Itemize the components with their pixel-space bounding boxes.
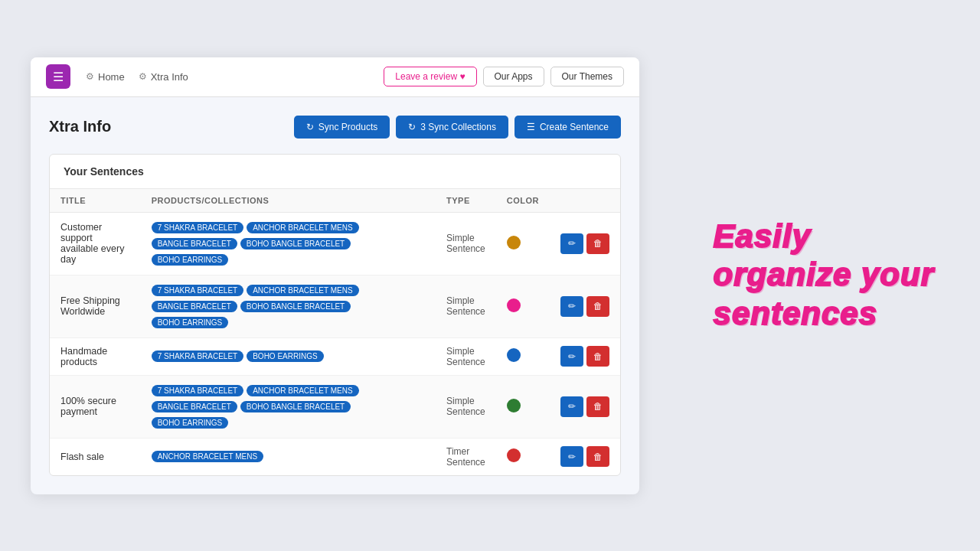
sentences-table-card: Your Sentences TITLE PRODUCTS/COLLECTION… [49,154,621,476]
table-row: Flash saleANCHOR BRACELET MENSTimerSente… [50,438,620,475]
table-row: Free Shipping Worldwide7 SHAKRA BRACELET… [50,275,620,337]
row-color [496,438,550,475]
nav-xtra-info[interactable]: ⚙ Xtra Info [139,71,188,83]
row-actions: ✏🗑 [550,438,620,475]
sentences-table: TITLE PRODUCTS/COLLECTIONS TYPE COLOR Cu… [50,189,620,475]
delete-button[interactable]: 🗑 [586,396,609,417]
product-tag: BOHO EARRINGS [152,317,228,328]
product-tag: BOHO EARRINGS [152,254,228,266]
row-actions: ✏🗑 [550,275,620,337]
row-title: Customer support available every day [50,212,141,275]
col-color: COLOR [496,189,550,213]
table-row: Handmade products7 SHAKRA BRACELETBOHO E… [50,337,620,375]
product-tag: 7 SHAKRA BRACELET [152,222,243,233]
col-title: TITLE [50,189,141,213]
side-text-line2: organize your [714,256,934,295]
row-color [496,212,550,275]
our-apps-button[interactable]: Our Apps [483,67,544,86]
row-actions: ✏🗑 [550,375,620,438]
nav-home[interactable]: ⚙ Home [86,71,125,83]
edit-button[interactable]: ✏ [560,296,583,317]
edit-button[interactable]: ✏ [560,446,583,467]
create-sentence-button[interactable]: ☰ Create Sentence [514,116,621,139]
edit-button[interactable]: ✏ [560,396,583,417]
sync-products-button[interactable]: ↻ Sync Products [294,116,390,139]
row-tags: 7 SHAKRA BRACELETANCHOR BRACELET MENSBAN… [141,375,436,438]
side-text-line1: Easily [714,217,934,256]
color-dot [507,448,521,462]
app-logo: ☰ [46,64,70,89]
row-color [496,337,550,375]
row-actions: ✏🗑 [550,337,620,375]
delete-button[interactable]: 🗑 [586,446,609,467]
product-tag: 7 SHAKRA BRACELET [152,350,243,362]
delete-button[interactable]: 🗑 [586,346,609,367]
product-tag: BOHO EARRINGS [247,350,323,362]
row-color [496,375,550,438]
row-type: TimerSentence [436,438,496,475]
color-dot [507,236,521,249]
create-sentence-icon: ☰ [527,122,535,132]
product-tag: BOHO BANGLE BRACELET [240,238,351,249]
color-dot [507,348,521,362]
table-header-row: TITLE PRODUCTS/COLLECTIONS TYPE COLOR [50,189,620,213]
color-dot [507,399,521,412]
table-row: 100% secure payment7 SHAKRA BRACELETANCH… [50,375,620,438]
header-right: Leave a review ♥ Our Apps Our Themes [384,67,624,86]
sync-collections-icon: ↻ [408,122,416,132]
col-products: PRODUCTS/COLLECTIONS [141,189,436,213]
product-tag: ANCHOR BRACELET MENS [152,451,263,462]
edit-button[interactable]: ✏ [560,233,583,254]
row-color [496,275,550,337]
side-decorative-text: Easily organize your sentences [714,217,934,333]
row-type: SimpleSentence [436,275,496,337]
row-tags: 7 SHAKRA BRACELETBOHO EARRINGS [141,337,436,375]
row-title: 100% secure payment [50,375,141,438]
product-tag: 7 SHAKRA BRACELET [152,385,243,396]
side-text-line3: sentences [714,295,934,333]
nav-links: ⚙ Home ⚙ Xtra Info [86,71,368,83]
product-tag: 7 SHAKRA BRACELET [152,285,243,296]
row-actions: ✏🗑 [550,212,620,275]
product-tag: ANCHOR BRACELET MENS [247,222,358,233]
page-title-row: Xtra Info ↻ Sync Products ↻ 3 Sync Colle… [49,116,621,139]
row-type: SimpleSentence [436,337,496,375]
row-title: Flash sale [50,438,141,475]
sync-collections-button[interactable]: ↻ 3 Sync Collections [396,116,508,139]
table-row: Customer support available every day7 SH… [50,212,620,275]
row-tags: 7 SHAKRA BRACELETANCHOR BRACELET MENSBAN… [141,212,436,275]
logo-icon: ☰ [53,70,64,84]
product-tag: BOHO BANGLE BRACELET [240,301,351,312]
action-buttons: ↻ Sync Products ↻ 3 Sync Collections ☰ C… [294,116,621,139]
product-tag: ANCHOR BRACELET MENS [247,385,358,396]
col-actions [550,189,620,213]
page-body: Xtra Info ↻ Sync Products ↻ 3 Sync Colle… [31,97,639,494]
page-title: Xtra Info [49,118,111,135]
delete-button[interactable]: 🗑 [586,296,609,317]
product-tag: BOHO BANGLE BRACELET [240,401,351,412]
row-title: Handmade products [50,337,141,375]
leave-review-button[interactable]: Leave a review ♥ [384,67,476,86]
product-tag: ANCHOR BRACELET MENS [247,285,358,296]
product-tag: BANGLE BRACELET [152,401,237,412]
delete-button[interactable]: 🗑 [586,233,609,254]
table-card-header: Your Sentences [50,155,620,189]
sync-products-icon: ↻ [306,122,314,132]
color-dot [507,298,521,312]
product-tag: BANGLE BRACELET [152,238,237,249]
our-themes-button[interactable]: Our Themes [550,67,624,86]
xtra-info-icon: ⚙ [139,71,147,82]
row-type: SimpleSentence [436,375,496,438]
col-type: TYPE [436,189,496,213]
app-card: ☰ ⚙ Home ⚙ Xtra Info Leave a review ♥ Ou… [31,57,639,494]
product-tag: BANGLE BRACELET [152,301,237,312]
edit-button[interactable]: ✏ [560,346,583,367]
row-tags: 7 SHAKRA BRACELETANCHOR BRACELET MENSBAN… [141,275,436,337]
row-type: SimpleSentence [436,212,496,275]
home-icon: ⚙ [86,71,94,82]
row-title: Free Shipping Worldwide [50,275,141,337]
product-tag: BOHO EARRINGS [152,417,228,429]
app-header: ☰ ⚙ Home ⚙ Xtra Info Leave a review ♥ Ou… [31,57,639,97]
row-tags: ANCHOR BRACELET MENS [141,438,436,475]
